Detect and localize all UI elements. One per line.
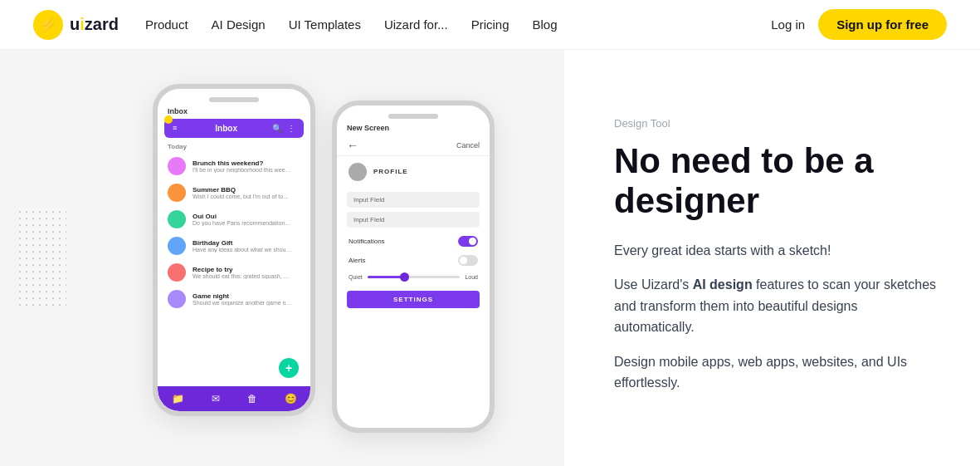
- message-item-4: Recipe to try We should eat this: grated…: [158, 259, 310, 286]
- avatar-1: [168, 184, 186, 202]
- msg-title-4: Recipe to try: [193, 266, 300, 273]
- logo-icon: [33, 10, 63, 40]
- slider-track[interactable]: [368, 276, 461, 278]
- nav-blog[interactable]: Blog: [532, 17, 557, 32]
- msg-text-3: Birthday Gift Have any ideas about what …: [193, 239, 300, 253]
- phone1-header: ≡ Inbox 🔍 ⋮: [164, 119, 304, 138]
- footer-icon-4: 😊: [285, 393, 297, 405]
- search-icon: 🔍: [272, 124, 282, 133]
- avatar-0: [168, 157, 186, 175]
- phone2-cancel: Cancel: [456, 141, 480, 150]
- phone2-slider-row: Quiet Loud: [337, 270, 490, 284]
- nav-uizard-for[interactable]: Uizard for...: [384, 17, 448, 32]
- phone2-topbar: ← Cancel: [337, 135, 490, 156]
- msg-text-2: Oui Oui Do you have Paris recommendation…: [193, 213, 300, 226]
- main-content: Inbox ≡ Inbox 🔍 ⋮ Today Brunch this week…: [0, 50, 980, 466]
- msg-text-5: Game night Should we organize another ga…: [193, 292, 300, 306]
- footer-icon-1: 📁: [172, 393, 184, 405]
- phone1-fab: +: [279, 358, 299, 378]
- phone1-section-today: Today: [158, 138, 310, 153]
- msg-preview-4: We should eat this: grated squash, com, …: [193, 273, 292, 279]
- message-item-5: Game night Should we organize another ga…: [158, 286, 310, 312]
- msg-preview-1: Wish I could come, but I'm out of town t…: [193, 194, 292, 199]
- phone2-input2: Input Field: [347, 212, 480, 228]
- message-item-1: Summer BBQ Wish I could come, but I'm ou…: [158, 179, 310, 206]
- slider-min-label: Quiet: [349, 274, 363, 280]
- logo[interactable]: uizard: [33, 10, 119, 40]
- nav-links: Product AI Design UI Templates Uizard fo…: [145, 17, 558, 32]
- avatar-3: [168, 237, 186, 255]
- msg-text-1: Summer BBQ Wish I could come, but I'm ou…: [193, 186, 300, 199]
- toggle2-label: Alerts: [349, 257, 365, 264]
- phone-mockup-1: Inbox ≡ Inbox 🔍 ⋮ Today Brunch this week…: [153, 84, 315, 416]
- message-item-0: Brunch this weekend? I'll be in your nei…: [158, 153, 310, 179]
- nav-ui-templates[interactable]: UI Templates: [289, 17, 361, 32]
- msg-text-0: Brunch this weekend? I'll be in your nei…: [193, 159, 300, 173]
- hero-heading: No need to be a designer: [614, 141, 939, 222]
- slider-thumb: [400, 272, 409, 282]
- phone2-screen-label: New Screen: [337, 124, 490, 135]
- phone2-profile-label: PROFILE: [373, 168, 408, 175]
- phone2-profile-row: PROFILE: [337, 156, 490, 188]
- phone2-avatar: [349, 163, 367, 181]
- hero-paragraph1: Every great idea starts with a sketch!: [614, 240, 939, 262]
- phone-notch-2: [388, 114, 438, 119]
- msg-text-4: Recipe to try We should eat this: grated…: [193, 266, 300, 279]
- navbar: uizard Product AI Design UI Templates Ui…: [0, 0, 980, 50]
- toggle1-label: Notifications: [349, 238, 385, 245]
- phone1-footer: 📁 ✉ 🗑 😊: [158, 386, 310, 411]
- hero-paragraph3: Design mobile apps, web apps, websites, …: [614, 351, 939, 394]
- more-icon: ⋮: [287, 124, 295, 133]
- message-item-3: Birthday Gift Have any ideas about what …: [158, 233, 310, 259]
- avatar-5: [168, 290, 186, 308]
- msg-preview-3: Have any ideas about what we should get.…: [193, 247, 292, 253]
- notification-dot: [164, 115, 173, 124]
- back-icon: ←: [347, 139, 358, 152]
- phone1-screen-label: Inbox: [158, 107, 310, 119]
- login-button[interactable]: Log in: [771, 17, 805, 32]
- phones-area: Inbox ≡ Inbox 🔍 ⋮ Today Brunch this week…: [0, 50, 564, 466]
- phone1-header-title: Inbox: [215, 124, 237, 133]
- avatar-4: [168, 263, 186, 282]
- hero-tag: Design Tool: [614, 117, 939, 130]
- message-item-2: Oui Oui Do you have Paris recommendation…: [158, 206, 310, 233]
- navbar-right: Log in Sign up for free: [771, 9, 947, 40]
- phone2-toggle-alerts: Alerts: [337, 251, 490, 270]
- signup-button[interactable]: Sign up for free: [818, 9, 947, 40]
- right-content: Design Tool No need to be a designer Eve…: [564, 50, 980, 466]
- hero-paragraph2: Use Uizard's AI design features to scan …: [614, 274, 939, 338]
- msg-title-5: Game night: [193, 292, 300, 300]
- phone2-toggle-notifications: Notifications: [337, 232, 490, 251]
- msg-title-1: Summer BBQ: [193, 186, 300, 194]
- nav-product[interactable]: Product: [145, 17, 188, 32]
- slider-max-label: Loud: [465, 274, 478, 280]
- msg-preview-0: I'll be in your neighborhood this weeken…: [193, 167, 292, 173]
- dot-grid-decoration: [17, 208, 66, 308]
- msg-preview-5: Should we organize another game night li…: [193, 300, 292, 306]
- msg-preview-2: Do you have Paris recommendations? Ha...: [193, 220, 292, 226]
- avatar-2: [168, 210, 186, 228]
- nav-ai-design[interactable]: AI Design: [212, 17, 266, 32]
- phones-wrapper: Inbox ≡ Inbox 🔍 ⋮ Today Brunch this week…: [153, 84, 495, 433]
- msg-title-3: Birthday Gift: [193, 239, 300, 247]
- toggle2[interactable]: [458, 255, 478, 266]
- logo-text: uizard: [70, 15, 119, 34]
- msg-title-0: Brunch this weekend?: [193, 159, 300, 167]
- phone-mockup-2: New Screen ← Cancel PROFILE Input Field …: [332, 101, 495, 433]
- msg-title-2: Oui Oui: [193, 213, 300, 220]
- phone-notch-1: [209, 97, 259, 102]
- menu-icon: ≡: [173, 124, 177, 132]
- footer-icon-3: 🗑: [247, 393, 257, 405]
- nav-pricing[interactable]: Pricing: [471, 17, 510, 32]
- phone1-header-icons: 🔍 ⋮: [272, 124, 295, 133]
- phone2-input1: Input Field: [347, 192, 480, 208]
- phone2-settings-button[interactable]: SETTINGS: [347, 291, 480, 308]
- toggle1[interactable]: [458, 236, 478, 247]
- slider-fill: [368, 276, 405, 278]
- navbar-left: uizard Product AI Design UI Templates Ui…: [33, 10, 558, 40]
- footer-icon-2: ✉: [212, 393, 220, 405]
